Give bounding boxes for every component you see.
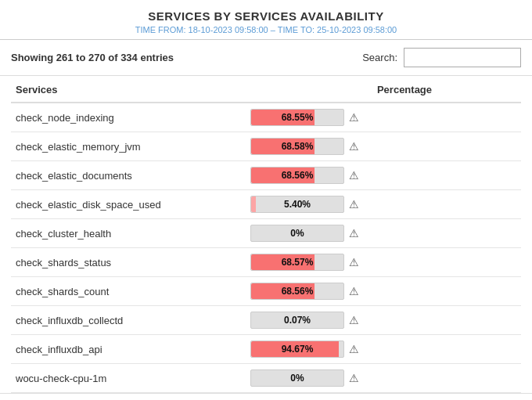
percentage-cell: 68.57%⚠ bbox=[246, 248, 521, 277]
percentage-cell: 68.55%⚠ bbox=[246, 103, 521, 132]
page-title: SERVICES BY SERVICES AVAILABILITY bbox=[0, 9, 532, 23]
search-label: Search: bbox=[362, 52, 397, 63]
bar-container: 94.67% bbox=[250, 341, 344, 358]
service-name-cell: check_elastic_disk_space_used bbox=[11, 190, 246, 219]
bar-container: 5.40% bbox=[250, 196, 344, 213]
page-subtitle: TIME FROM: 18-10-2023 09:58:00 – TIME TO… bbox=[0, 25, 532, 34]
bar-label: 68.58% bbox=[251, 139, 343, 154]
warning-icon: ⚠ bbox=[349, 198, 359, 211]
service-name-cell: check_influxdb_collectd bbox=[11, 306, 246, 335]
table-row: check_elastic_memory_jvm68.58%⚠ bbox=[11, 132, 521, 161]
percentage-cell: 94.67%⚠ bbox=[246, 335, 521, 364]
bar-container: 68.56% bbox=[250, 167, 344, 184]
service-name-cell: check_node_indexing bbox=[11, 103, 246, 132]
bar-container: 68.58% bbox=[250, 138, 344, 155]
table-row: check_shards_status68.57%⚠ bbox=[11, 248, 521, 277]
bar-label: 5.40% bbox=[251, 196, 343, 212]
bar-container: 68.55% bbox=[250, 109, 344, 126]
bar-label: 0.07% bbox=[251, 312, 343, 328]
col-header-services: Services bbox=[11, 76, 246, 103]
bar-label: 68.55% bbox=[251, 110, 343, 125]
warning-icon: ⚠ bbox=[349, 285, 359, 297]
bar-container: 68.57% bbox=[250, 254, 344, 271]
warning-icon: ⚠ bbox=[349, 169, 359, 182]
bar-label: 0% bbox=[251, 370, 343, 386]
service-name-cell: wocu-check-cpu-1m bbox=[11, 364, 246, 393]
bar-container: 68.56% bbox=[250, 283, 344, 300]
warning-icon: ⚠ bbox=[349, 111, 359, 124]
percentage-cell: 0.07%⚠ bbox=[246, 306, 521, 335]
showing-entries: Showing 261 to 270 of 334 entries bbox=[11, 52, 174, 63]
percentage-cell: 68.56%⚠ bbox=[246, 161, 521, 190]
service-name-cell: check_influxdb_api bbox=[11, 335, 246, 364]
bar-label: 94.67% bbox=[251, 341, 343, 357]
warning-icon: ⚠ bbox=[349, 314, 359, 326]
warning-icon: ⚠ bbox=[349, 256, 359, 268]
percentage-cell: 5.40%⚠ bbox=[246, 190, 521, 219]
percentage-cell: 0%⚠ bbox=[246, 219, 521, 248]
bar-label: 68.57% bbox=[251, 254, 343, 270]
table-row: check_elastic_documents68.56%⚠ bbox=[11, 161, 521, 190]
warning-icon: ⚠ bbox=[349, 227, 359, 240]
service-name-cell: check_shards_status bbox=[11, 248, 246, 277]
bar-label: 0% bbox=[251, 225, 343, 241]
table-row: check_influxdb_collectd0.07%⚠ bbox=[11, 306, 521, 335]
table-row: wocu-check-cpu-1m0%⚠ bbox=[11, 364, 521, 393]
table-row: check_cluster_health0%⚠ bbox=[11, 219, 521, 248]
warning-icon: ⚠ bbox=[349, 140, 359, 153]
bar-container: 0% bbox=[250, 369, 344, 387]
table-row: check_influxdb_api94.67%⚠ bbox=[11, 335, 521, 364]
bar-container: 0.07% bbox=[250, 312, 344, 329]
table-row: check_elastic_disk_space_used5.40%⚠ bbox=[11, 190, 521, 219]
col-header-percentage: Percentage bbox=[246, 76, 521, 103]
service-name-cell: check_shards_count bbox=[11, 277, 246, 306]
warning-icon: ⚠ bbox=[349, 343, 359, 355]
bar-container: 0% bbox=[250, 225, 344, 242]
service-name-cell: check_elastic_documents bbox=[11, 161, 246, 190]
service-name-cell: check_elastic_memory_jvm bbox=[11, 132, 246, 161]
search-input[interactable] bbox=[404, 48, 521, 67]
bar-label: 68.56% bbox=[251, 283, 343, 299]
percentage-cell: 0%⚠ bbox=[246, 364, 521, 393]
warning-icon: ⚠ bbox=[349, 372, 359, 384]
percentage-cell: 68.58%⚠ bbox=[246, 132, 521, 161]
table-row: check_shards_count68.56%⚠ bbox=[11, 277, 521, 306]
table-row: check_node_indexing68.55%⚠ bbox=[11, 103, 521, 132]
bar-label: 68.56% bbox=[251, 168, 343, 183]
percentage-cell: 68.56%⚠ bbox=[246, 277, 521, 306]
service-name-cell: check_cluster_health bbox=[11, 219, 246, 248]
